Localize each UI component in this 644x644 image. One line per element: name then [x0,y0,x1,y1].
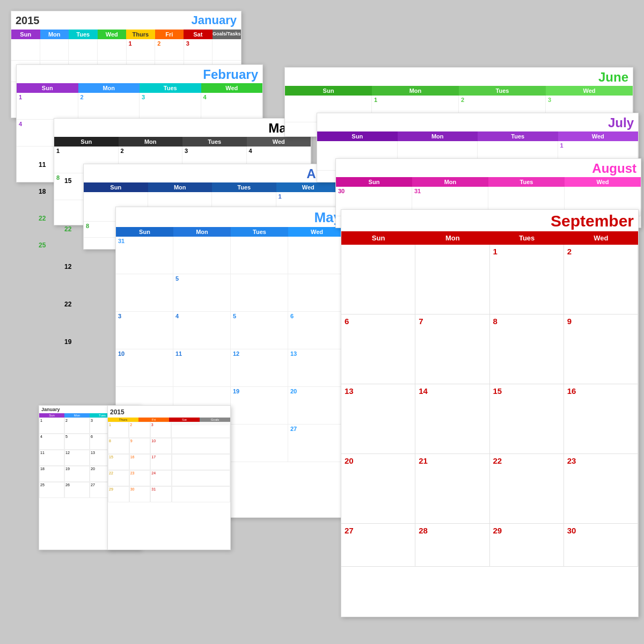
august-title: August [592,161,636,175]
day-cell: 19 [231,387,288,425]
mon-header: Mon [415,231,489,245]
wed-header: Wed [564,231,638,245]
mon-header: Mon [78,83,140,93]
year-title: 2015 [16,14,40,27]
day-cell [231,237,288,274]
tues-header: Tues [488,177,565,187]
sep-row1: 1 2 [341,245,638,314]
thumb-2015-row: 1 2 3 [108,422,230,438]
sun-header: Sun [116,227,173,237]
sep-day-cell: 1 [490,245,564,314]
tues-header: Tues [459,86,546,96]
day-cell [288,237,346,274]
day-cell: 6 [288,312,346,349]
tues-header: Tues [182,137,247,147]
march-header: Sun Mon Tues Wed [54,137,311,147]
wed-header: Wed [546,86,633,96]
sun-header: Sun [84,182,148,192]
sep-day-cell: 28 [415,524,489,567]
mon-header: Mon [173,227,231,237]
side-num-12: 12 [64,263,71,270]
thumb-2015-header: Thurs Fri Sat Goals [108,418,230,422]
sep-day-cell: 22 [490,454,564,524]
side-num-22b: 22 [64,225,71,233]
day-cell: 3 [184,39,213,61]
sat-header: Sat [184,30,213,39]
sun-header: Sun [317,131,398,141]
may-header: Sun Mon Tues Wed [116,227,346,237]
february-header: Sun Mon Tues Wed [17,83,262,93]
day-cell [40,39,69,61]
thumb-2015-row: 22 23 24 [108,470,230,486]
may-row2: 5 [116,274,346,312]
tues-header: Tues [140,83,201,93]
day-cell: 3 [116,312,173,349]
sep-row4: 20 21 22 23 [341,454,638,524]
sep-day-cell: 8 [490,314,564,384]
september-title: September [341,210,638,231]
day-cell: 27 [288,425,346,462]
february-title: February [203,67,258,82]
day-cell [288,274,346,312]
thumbnail-2015-page: 2015 Thurs Fri Sat Goals 1 2 3 8 9 10 15… [107,405,231,550]
wed-header: Wed [247,137,311,147]
goals-cell [213,39,241,61]
july-header: Sun Mon Tues Wed [317,131,638,141]
tues-header: Tues [478,131,558,141]
mon-header: Mon [372,86,459,96]
day-cell: 20 [288,387,346,425]
day-cell: 3 [140,93,201,120]
june-title: June [598,70,628,84]
day-cell [231,425,288,462]
july-title: July [608,115,634,130]
sun-header: Sun [11,30,40,39]
sep-day-cell: 16 [564,384,638,454]
day-cell [231,274,288,312]
sun-header: Sun [341,231,415,245]
side-num-22: 22 [39,215,46,222]
january-header: Sun Mon Tues Wed Thurs Fri Sat Goals/Tas… [11,30,241,39]
june-header: Sun Mon Tues Wed [285,86,633,96]
sep-day-cell: 2 [564,245,638,314]
day-cell [116,274,173,312]
mon-header: Mon [398,131,478,141]
fri-header: Fri [155,30,184,39]
mon-header: Mon [148,182,213,192]
thumb-2015-year: 2015 [110,408,125,416]
sep-day-cell: 30 [564,524,638,567]
day-cell: 10 [116,349,173,387]
day-cell: 2 [78,93,140,120]
sun-header: Sun [285,86,372,96]
sep-day-cell [341,245,415,314]
sep-day-cell: 7 [415,314,489,384]
january-title: January [192,13,237,27]
thumb-2015-row: 15 16 17 [108,454,230,470]
sep-day-cell: 21 [415,454,489,524]
may-row4: 10 11 12 13 [116,349,346,387]
april-header: Sun Mon Tues Wed [84,182,340,192]
sun-header: Sun [17,83,78,93]
mon-header: Mon [412,177,488,187]
day-cell: 13 [288,349,346,387]
wed-header: Wed [565,177,641,187]
thumb-year: January [41,407,60,412]
tues-header: Tues [231,227,288,237]
side-num-19: 19 [64,338,71,346]
sep-day-cell: 13 [341,384,415,454]
day-cell: 4 [173,312,231,349]
feb-row1: 1 2 3 4 [17,93,262,120]
sep-day-cell: 29 [490,524,564,567]
day-cell: 2 [155,39,184,61]
mon-header: Mon [119,137,183,147]
may-row1: 31 [116,237,346,274]
day-cell: 1 [17,93,78,120]
wed-header: Wed [201,83,263,93]
tues-header: Tues [490,231,564,245]
day-cell [69,39,98,61]
day-cell: 12 [231,349,288,387]
sep-day-cell: 23 [564,454,638,524]
tues-header: Tues [212,182,276,192]
sep-row2: 6 7 8 9 [341,314,638,384]
day-cell: 5 [231,312,288,349]
goals-header: Goals/Tasks [213,30,241,39]
